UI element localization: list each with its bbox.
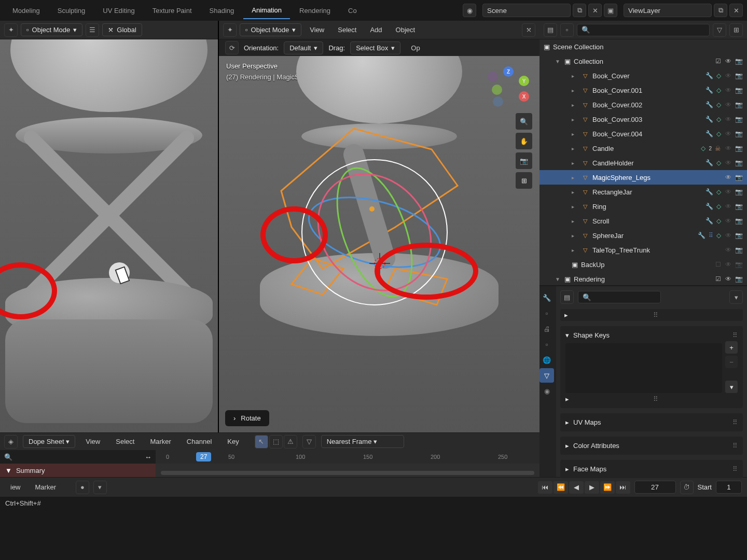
eye-icon[interactable]: 👁	[724, 145, 732, 152]
expand-arrow-icon[interactable]: ▸	[565, 442, 569, 450]
expand-arrow-icon[interactable]: ▸	[572, 73, 578, 79]
props-scene-tab[interactable]: ▫	[540, 337, 554, 352]
dope-key-menu[interactable]: Key	[222, 436, 244, 447]
timer-icon[interactable]: ⏱	[680, 481, 694, 494]
object-menu[interactable]: Object	[391, 24, 421, 36]
eye-icon[interactable]: 👁	[724, 275, 732, 283]
collection-row[interactable]: ▼ ▣ Collection ☑ 👁 📷	[540, 54, 747, 68]
expand-arrow-icon[interactable]: ▸	[572, 102, 578, 108]
mode-select-left[interactable]: ▫ Object Mode ▾	[21, 23, 82, 36]
prev-key-button[interactable]: ⏪	[554, 481, 568, 494]
outliner-item-TaleTop_TreeTrunk[interactable]: ▸▽TaleTop_TreeTrunk👁📷	[540, 243, 747, 257]
scene-collection-row[interactable]: ▣ Scene Collection	[540, 39, 747, 54]
tab-compositing[interactable]: Co	[340, 3, 365, 19]
tab-animation[interactable]: Animation	[243, 2, 290, 19]
editor-type-icon[interactable]: ✦	[223, 23, 237, 37]
checkbox-icon[interactable]: ☑	[714, 275, 722, 283]
collapse-arrow-icon[interactable]: ▼	[5, 467, 12, 474]
eye-icon[interactable]: 👁	[724, 232, 732, 239]
expand-arrow-icon[interactable]: ▸	[564, 311, 568, 319]
viewlayer-name-input[interactable]	[624, 4, 712, 17]
scene-name-input[interactable]	[482, 4, 571, 17]
current-frame-marker[interactable]: 27	[196, 452, 211, 461]
props-search-input[interactable]	[578, 291, 661, 303]
eye-icon[interactable]: 👁	[724, 159, 732, 166]
scene-close-button[interactable]: ✕	[588, 4, 602, 17]
expand-arrow-icon[interactable]: ▸	[572, 160, 578, 166]
drag-handle-icon[interactable]: ⠿	[732, 418, 738, 426]
outliner-item-Book_Cover.004[interactable]: ▸▽Book_Cover.004🔧◇👁📷	[540, 127, 747, 141]
eye-icon[interactable]: 👁	[724, 101, 732, 108]
drag-handle-icon[interactable]: ⠿	[732, 331, 738, 339]
camera-icon[interactable]: 📷	[735, 130, 743, 137]
camera-icon[interactable]: 📷	[735, 159, 743, 166]
outliner-item-Scroll[interactable]: ▸▽Scroll🔧◇👁📷	[540, 214, 747, 228]
camera-icon[interactable]: 📷	[735, 203, 743, 210]
timeline-ruler[interactable]: 0 50 100 150 200 250 27	[156, 450, 540, 464]
expand-arrow-icon[interactable]: ▸	[572, 233, 578, 239]
filter-button[interactable]: ▽	[713, 23, 726, 37]
rendering-collection-row[interactable]: ▼ ▣ Rendering ☑ 👁 📷	[540, 272, 747, 285]
jump-end-button[interactable]: ⏭	[616, 481, 630, 494]
expand-arrow-icon[interactable]: ▸	[572, 131, 578, 137]
camera-icon[interactable]: 📷	[735, 58, 743, 65]
orientation-select[interactable]: Default ▾	[284, 41, 323, 54]
scene-icon[interactable]: ◉	[463, 4, 476, 17]
camera-icon[interactable]: 📷	[735, 261, 743, 268]
props-render-tab[interactable]: ▫	[540, 306, 554, 320]
tab-modeling[interactable]: Modeling	[4, 3, 48, 19]
viewlayer-close-button[interactable]: ✕	[729, 4, 743, 17]
outliner-item-Book_Cover[interactable]: ▸▽Book_Cover🔧◇👁📷	[540, 68, 747, 83]
toggle-overlays-button[interactable]: ☰	[86, 23, 99, 37]
expand-arrow-icon[interactable]: ▸	[572, 218, 578, 224]
eye-icon[interactable]: 👁	[724, 246, 732, 254]
expand-arrow-icon[interactable]: ▸	[572, 146, 578, 151]
dopesheet-mode-select[interactable]: Dope Sheet ▾	[23, 435, 75, 448]
remove-shapekey-button[interactable]: −	[725, 356, 738, 368]
expand-icon[interactable]: ↔	[145, 453, 151, 461]
expand-arrow-icon[interactable]: ▸	[572, 247, 578, 253]
gizmo-toggle-button[interactable]: ⤧	[522, 23, 535, 37]
tab-texturepaint[interactable]: Texture Paint	[144, 3, 200, 19]
eye-icon[interactable]: 👁	[724, 188, 732, 195]
dope-view-menu[interactable]: View	[80, 436, 105, 447]
outliner-display-icon[interactable]: ▤	[544, 23, 557, 37]
channel-search-input[interactable]	[17, 453, 141, 461]
snap-select[interactable]: Nearest Frame ▾	[321, 435, 404, 448]
play-reverse-button[interactable]: ◀	[569, 481, 584, 494]
shape-keys-list[interactable]	[565, 343, 722, 393]
new-collection-button[interactable]: ⊞	[729, 23, 743, 37]
eye-icon[interactable]: 👁	[724, 58, 732, 65]
playback-view-menu[interactable]: iew	[5, 481, 26, 493]
autokey-button[interactable]: ●	[76, 481, 89, 494]
expand-arrow-icon[interactable]: ▸	[565, 465, 569, 473]
props-world-tab[interactable]: 🌐	[540, 353, 554, 367]
checkbox-icon[interactable]: ☑	[714, 58, 722, 65]
outliner-item-MagicSphere_Legs[interactable]: ▸▽MagicSphere_Legs👁📷	[540, 170, 747, 185]
box-select-icon[interactable]: ⬚	[269, 435, 283, 449]
start-frame-input[interactable]	[716, 481, 742, 494]
play-button[interactable]: ▶	[585, 481, 599, 494]
warning-icon[interactable]: ⚠	[284, 435, 297, 449]
props-material-tab[interactable]: ◉	[540, 384, 554, 398]
timeline-scrollbar[interactable]	[161, 471, 534, 475]
camera-icon[interactable]: 📷	[735, 116, 743, 123]
outliner-item-CandleHolder[interactable]: ▸▽CandleHolder🔧◇👁📷	[540, 156, 747, 170]
playback-marker-menu[interactable]: Marker	[30, 481, 61, 493]
viewlayer-icon[interactable]: ▣	[604, 4, 617, 17]
next-key-button[interactable]: ⏩	[600, 481, 615, 494]
camera-icon[interactable]: 📷	[735, 101, 743, 108]
outliner-item-Book_Cover.002[interactable]: ▸▽Book_Cover.002🔧◇👁📷	[540, 97, 747, 112]
current-frame-input[interactable]	[634, 481, 676, 494]
dopesheet-icon[interactable]: ◈	[4, 435, 18, 449]
options-menu[interactable]: Op	[406, 42, 425, 54]
camera-icon[interactable]: 📷	[735, 275, 743, 283]
props-options-icon[interactable]: ▾	[729, 290, 743, 304]
viewlayer-copy-button[interactable]: ⧉	[714, 4, 727, 17]
tab-sculpting[interactable]: Sculpting	[49, 3, 93, 19]
expand-arrow-icon[interactable]: ▸	[565, 418, 569, 426]
outliner-search-input[interactable]	[577, 24, 710, 36]
expand-arrow-icon[interactable]: ▸	[565, 395, 569, 403]
outliner-item-Candle[interactable]: ▸▽Candle◇2☠👁📷	[540, 141, 747, 156]
collapse-arrow-icon[interactable]: ▾	[565, 331, 569, 339]
